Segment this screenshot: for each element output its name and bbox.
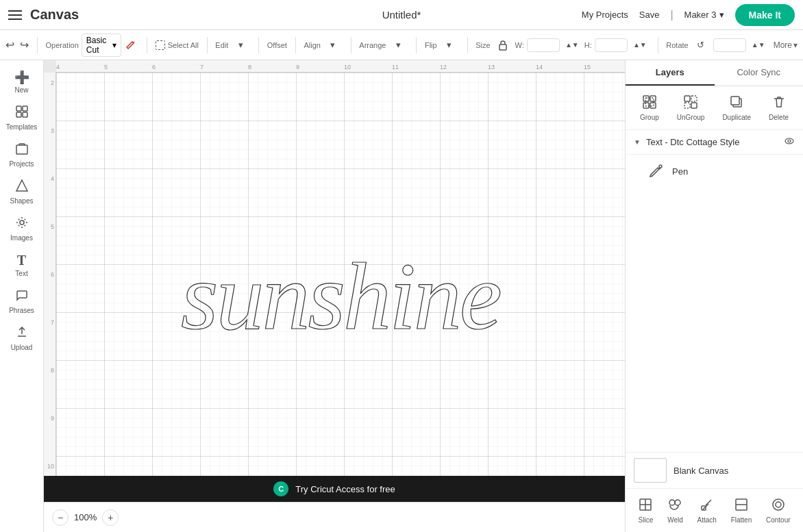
sidebar-item-shapes[interactable]: Shapes xyxy=(3,175,41,209)
rotate-input[interactable] xyxy=(713,38,746,52)
header: Canvas Untitled* My Projects Save | Make… xyxy=(0,0,803,30)
delete-label: Delete xyxy=(769,114,789,121)
maker-chevron-icon: ▾ xyxy=(719,10,724,20)
size-w-label: W: xyxy=(515,41,524,49)
sidebar-item-templates-label: Templates xyxy=(6,123,38,131)
save-button[interactable]: Save xyxy=(639,10,660,20)
canvas-area[interactable]: 4 5 6 7 8 9 10 11 12 13 14 15 2 3 4 5 6 … xyxy=(44,60,625,532)
tab-color-sync[interactable]: Color Sync xyxy=(715,60,804,86)
panel-spacer xyxy=(626,188,803,452)
sidebar-item-images[interactable]: Images xyxy=(3,212,41,246)
zoom-in-button[interactable]: + xyxy=(102,509,119,526)
operation-select[interactable]: Basic Cut ▾ xyxy=(82,34,121,57)
more-button[interactable]: More ▾ xyxy=(774,40,798,50)
flip-section: Flip ▾ xyxy=(425,36,459,55)
svg-point-22 xyxy=(659,165,662,168)
zoom-bar: − 100% + xyxy=(44,502,625,532)
svg-rect-3 xyxy=(16,112,21,117)
my-projects-link[interactable]: My Projects xyxy=(582,10,628,20)
redo-button[interactable]: ↪ xyxy=(20,36,29,55)
flatten-tool[interactable]: Flatten xyxy=(726,494,758,527)
header-right: My Projects Save | Maker 3 ▾ Make It xyxy=(582,4,795,26)
rotate-icon[interactable]: ↺ xyxy=(691,36,711,55)
try-cricut-label: Try Cricut Access for free xyxy=(295,484,395,494)
arrange-dropdown[interactable]: ▾ xyxy=(388,36,408,55)
sidebar-item-projects[interactable]: Projects xyxy=(3,138,41,172)
contour-icon xyxy=(771,497,786,515)
layer-item[interactable]: ▼ Text - Dtc Cottage Style xyxy=(626,130,803,155)
sidebar-item-phrases[interactable]: Phrases xyxy=(3,284,41,318)
select-all-button[interactable]: Select All xyxy=(156,40,199,50)
layer-eye-icon[interactable] xyxy=(784,136,795,149)
slice-tool[interactable]: Slice xyxy=(632,494,658,527)
cricut-icon: C xyxy=(273,481,288,496)
sidebar-item-projects-label: Projects xyxy=(9,160,34,168)
offset-section: Offset xyxy=(267,41,287,49)
slice-icon xyxy=(638,497,653,515)
sidebar-item-new[interactable]: ➕ New xyxy=(3,66,41,98)
group-label: Group xyxy=(640,114,659,121)
attach-tool[interactable]: Attach xyxy=(692,494,722,527)
try-cricut-banner[interactable]: C Try Cricut Access for free xyxy=(44,476,625,502)
ungroup-icon xyxy=(683,94,698,112)
sidebar-item-upload[interactable]: Upload xyxy=(3,321,41,355)
svg-point-20 xyxy=(785,138,793,144)
pen-color-icon[interactable] xyxy=(124,36,138,55)
sunshine-svg: sunshine xyxy=(66,219,615,356)
arrange-section: Arrange ▾ xyxy=(359,36,408,55)
operation-chevron-icon: ▾ xyxy=(112,40,116,50)
main-layout: ➕ New Templates Projects Shapes Images xyxy=(0,60,803,532)
pen-item[interactable]: Pen xyxy=(626,155,803,188)
size-h-input[interactable] xyxy=(595,38,628,52)
align-dropdown[interactable]: ▾ xyxy=(323,36,343,55)
size-w-stepper[interactable]: ▲▼ xyxy=(563,36,582,55)
ruler-vertical: 2 3 4 5 6 7 8 9 10 xyxy=(44,73,56,502)
new-icon: ➕ xyxy=(14,70,29,85)
layer-arrow-icon: ▼ xyxy=(634,138,641,146)
canvas-item-label: Blank Canvas xyxy=(674,466,728,476)
canvas-thumbnail xyxy=(634,458,667,483)
size-lock-icon[interactable] xyxy=(493,36,512,55)
rotate-stepper[interactable]: ▲▼ xyxy=(749,36,768,55)
flip-dropdown[interactable]: ▾ xyxy=(440,36,459,55)
delete-tool[interactable]: Delete xyxy=(763,92,794,124)
panel-bottom-toolbar: Slice Weld Attach Flatten xyxy=(626,488,803,532)
ungroup-tool[interactable]: UnGroup xyxy=(671,92,711,124)
svg-rect-9 xyxy=(643,96,649,101)
sidebar-item-templates[interactable]: Templates xyxy=(3,101,41,135)
canvas-grid[interactable]: sunshine xyxy=(56,73,625,502)
duplicate-icon xyxy=(729,94,744,112)
size-w-input[interactable] xyxy=(527,38,560,52)
edit-dropdown[interactable]: ▾ xyxy=(231,36,250,55)
svg-point-21 xyxy=(788,140,791,142)
svg-rect-11 xyxy=(643,103,649,108)
undo-button[interactable]: ↩ xyxy=(5,36,14,55)
svg-rect-4 xyxy=(23,112,27,117)
edit-section: Edit ▾ xyxy=(215,36,250,55)
weld-tool[interactable]: Weld xyxy=(662,494,689,527)
more-chevron-icon: ▾ xyxy=(793,40,798,50)
zoom-out-button[interactable]: − xyxy=(52,509,69,526)
toolbar: ↩ ↪ Operation Basic Cut ▾ Select All Edi… xyxy=(0,30,803,60)
svg-rect-1 xyxy=(16,106,21,111)
menu-icon[interactable] xyxy=(8,10,22,20)
weld-label: Weld xyxy=(667,516,683,524)
rotate-section: Rotate ↺ ▲▼ xyxy=(666,36,767,55)
pen-label: Pen xyxy=(672,166,688,177)
size-h-stepper[interactable]: ▲▼ xyxy=(630,36,650,55)
sidebar-item-phrases-label: Phrases xyxy=(9,307,34,314)
sidebar-item-text[interactable]: T Text xyxy=(3,249,41,281)
canvas-content: sunshine xyxy=(56,73,625,502)
layer-title: Text - Dtc Cottage Style xyxy=(646,137,778,147)
tab-layers[interactable]: Layers xyxy=(626,60,715,86)
maker-selector[interactable]: Maker 3 ▾ xyxy=(684,10,724,20)
canvas-item[interactable]: Blank Canvas xyxy=(626,452,803,488)
group-tool[interactable]: Group xyxy=(634,92,665,124)
svg-rect-12 xyxy=(650,103,656,108)
sidebar: ➕ New Templates Projects Shapes Images xyxy=(0,60,44,532)
make-it-button[interactable]: Make It xyxy=(735,4,795,26)
duplicate-label: Duplicate xyxy=(722,114,751,121)
duplicate-tool[interactable]: Duplicate xyxy=(717,92,756,124)
contour-tool[interactable]: Contour xyxy=(761,494,796,527)
svg-marker-6 xyxy=(16,180,27,191)
